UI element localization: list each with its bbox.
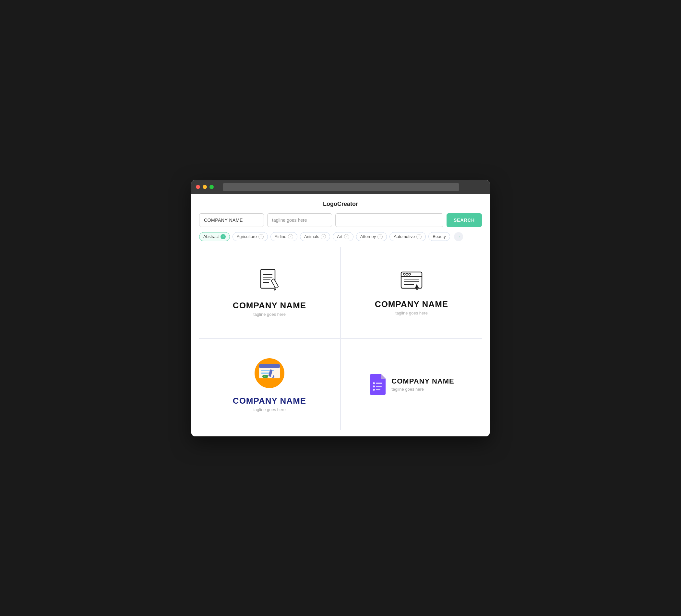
category-chip-abstract[interactable]: Abstract ✓ xyxy=(199,232,230,241)
svg-rect-0 xyxy=(261,270,275,288)
app-title: LogoCreator xyxy=(199,201,482,207)
category-label: Art xyxy=(337,234,343,239)
logo-icon-1 xyxy=(258,268,281,296)
check-icon-airline: ✓ xyxy=(288,234,293,239)
keyword-input[interactable] xyxy=(335,213,443,227)
logo-card-4[interactable]: COMPANY NAME tagline goes here xyxy=(341,339,482,430)
logo-4-company-name: COMPANY NAME xyxy=(392,377,454,385)
tagline-input[interactable] xyxy=(267,213,332,227)
titlebar xyxy=(191,180,490,194)
svg-point-27 xyxy=(373,385,375,387)
category-label: Beauty xyxy=(433,234,446,239)
check-icon-agriculture: ✓ xyxy=(258,234,263,239)
url-bar[interactable] xyxy=(223,183,459,191)
svg-text:→: → xyxy=(263,376,266,378)
category-chip-automotive[interactable]: Automotive ✓ xyxy=(389,232,426,241)
next-arrow-button[interactable]: → xyxy=(454,232,463,241)
logo-3-company-name: COMPANY NAME xyxy=(233,396,306,406)
category-chip-attorney[interactable]: Attorney ✓ xyxy=(356,232,387,241)
category-chip-animals[interactable]: Animals ✓ xyxy=(300,232,330,241)
minimize-button[interactable] xyxy=(203,185,207,189)
maximize-button[interactable] xyxy=(209,185,214,189)
category-label: Airline xyxy=(275,234,286,239)
check-icon-abstract: ✓ xyxy=(221,234,226,239)
logo-3-tagline: tagline goes here xyxy=(253,407,286,412)
svg-rect-28 xyxy=(376,386,382,387)
company-name-input[interactable] xyxy=(199,213,264,227)
close-button[interactable] xyxy=(196,185,200,189)
check-icon-attorney: ✓ xyxy=(377,234,383,239)
category-chip-airline[interactable]: Airline ✓ xyxy=(271,232,297,241)
svg-rect-7 xyxy=(401,272,422,288)
logo-2-company-name: COMPANY NAME xyxy=(375,299,448,309)
logo-4-row: COMPANY NAME tagline goes here xyxy=(369,374,454,395)
check-icon-art: ✓ xyxy=(344,234,349,239)
search-button[interactable]: SEARCH xyxy=(447,213,482,227)
category-label: Attorney xyxy=(360,234,376,239)
category-chip-beauty[interactable]: Beauty xyxy=(428,232,450,241)
logo-card-1[interactable]: COMPANY NAME tagline goes here xyxy=(199,247,340,338)
check-icon-animals: ✓ xyxy=(321,234,326,239)
logo-card-3[interactable]: → COMPANY NAME tagline goes here xyxy=(199,339,340,430)
svg-rect-26 xyxy=(376,383,382,384)
logo-card-2[interactable]: COMPANY NAME tagline goes here xyxy=(341,247,482,338)
category-label: Animals xyxy=(304,234,319,239)
logo-4-text-col: COMPANY NAME tagline goes here xyxy=(392,377,454,392)
logo-2-tagline: tagline goes here xyxy=(395,311,428,315)
category-chip-art[interactable]: Art ✓ xyxy=(333,232,353,241)
logo-4-tagline: tagline goes here xyxy=(392,387,454,392)
logo-grid: COMPANY NAME tagline goes here xyxy=(199,247,482,430)
app-container: LogoCreator SEARCH Abstract ✓ Agricultur… xyxy=(191,194,490,436)
svg-point-25 xyxy=(373,382,375,384)
logo-icon-3: → xyxy=(253,357,286,391)
svg-rect-30 xyxy=(376,389,380,390)
logo-icon-2 xyxy=(400,270,423,294)
category-label: Automotive xyxy=(394,234,415,239)
logo-1-tagline: tagline goes here xyxy=(253,312,286,317)
check-icon-automotive: ✓ xyxy=(417,234,422,239)
logo-1-company-name: COMPANY NAME xyxy=(233,301,306,311)
svg-rect-18 xyxy=(259,364,280,368)
svg-point-29 xyxy=(373,389,375,391)
logo-4-doc-icon xyxy=(369,374,387,395)
category-chip-agriculture[interactable]: Agriculture ✓ xyxy=(232,232,268,241)
search-bar: SEARCH xyxy=(199,213,482,227)
app-window: LogoCreator SEARCH Abstract ✓ Agricultur… xyxy=(191,180,490,436)
category-bar: Abstract ✓ Agriculture ✓ Airline ✓ Anima… xyxy=(199,232,482,241)
category-label: Agriculture xyxy=(237,234,257,239)
category-label: Abstract xyxy=(203,234,219,239)
